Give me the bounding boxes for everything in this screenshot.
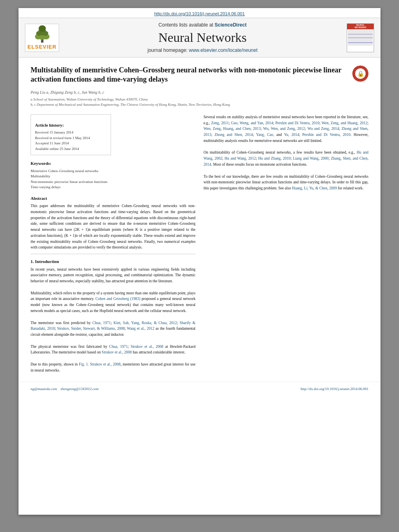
svg-point-5 bbox=[36, 31, 42, 36]
citation-strukov2008[interactable]: Strukov et al., 2008 bbox=[131, 345, 163, 349]
intro-para2: Multistability, which refers to the prop… bbox=[31, 290, 195, 314]
email1: ng@mautedu.com bbox=[31, 387, 57, 391]
citation-zeng2011[interactable]: Zeng, 2011 bbox=[211, 121, 229, 125]
authors-text: Peng Liu a, Zhigang Zeng b, c, Jun Wang … bbox=[31, 90, 104, 94]
keywords-text: Memristive Cohen–Grossberg neural networ… bbox=[31, 168, 195, 190]
citation-wang2012[interactable]: Wang et al., 2012 bbox=[127, 327, 154, 331]
right-column: Several results on stability analysis of… bbox=[204, 114, 368, 374]
cover-red-bar: NEURALNETWORKS bbox=[347, 24, 374, 29]
abstract-label: Abstract bbox=[31, 195, 195, 202]
citation-liang[interactable]: Liang and Wang, 2000 bbox=[293, 156, 328, 160]
citation-pershin[interactable]: Pershin and Di Ventra, 2010 bbox=[275, 121, 319, 125]
article-history-heading: Article history: bbox=[35, 122, 107, 129]
journal-header: ELSEVIER Contents lists available at Sci… bbox=[19, 18, 380, 58]
article-info-box: Article history: Received 15 January 201… bbox=[31, 114, 111, 156]
elsevier-logo-area: ELSEVIER bbox=[25, 24, 61, 52]
sciencedirect-text: Contents lists available at bbox=[158, 22, 213, 28]
received-date: Received 15 January 2014 bbox=[35, 130, 107, 136]
top-url[interactable]: http://dx.doi.org/10.1016/j.neunet.2014.… bbox=[19, 8, 380, 18]
email2: zhengzeng@1343012.com bbox=[61, 387, 99, 391]
citation-hu-zhang[interactable]: Hu and Zhang, 2010 bbox=[258, 156, 290, 160]
doi-footer-link[interactable]: http://dx.doi.org/10.1016/j.neunet.2014.… bbox=[300, 387, 368, 391]
citation-kim[interactable]: Kim, Sah, Yang, Roska, & Chua, 2012 bbox=[113, 321, 177, 325]
right-intro-text2: On multistability of Cohen–Grossberg neu… bbox=[204, 150, 368, 167]
elsevier-tree-icon bbox=[30, 25, 54, 44]
cover-title: NEURALNETWORKS bbox=[354, 24, 366, 29]
citation-fig1-strukov[interactable]: Fig. 1. Strukov bbox=[79, 362, 102, 366]
homepage-link[interactable]: www.elsevier.com/locate/neunet bbox=[189, 47, 257, 53]
citation-hu-wang2012[interactable]: Hu and Wang, 2012 bbox=[224, 156, 256, 160]
two-column-layout: Article history: Received 15 January 201… bbox=[31, 114, 368, 374]
paper-title-section: Multistability of memristive Cohen–Gross… bbox=[31, 66, 368, 84]
doi-link[interactable]: http://dx.doi.org/10.1016/j.neunet.2014.… bbox=[154, 11, 245, 16]
citation-huang[interactable]: Huang, Li, Yu, & Chen, bbox=[292, 186, 328, 190]
page: http://dx.doi.org/10.1016/j.neunet.2014.… bbox=[19, 8, 380, 515]
sciencedirect-link[interactable]: ScienceDirect bbox=[215, 22, 247, 28]
citation-yu[interactable]: Yu, 2014 bbox=[284, 133, 299, 137]
citation-wen2012[interactable]: Wen, Zeng, and Huang, 2012 bbox=[322, 121, 368, 125]
footer-emails: ng@mautedu.com zhengzeng@1343012.com bbox=[31, 387, 99, 391]
elsevier-brand: ELSEVIER bbox=[27, 44, 56, 50]
citation-wu2014[interactable]: Wu and Zeng, 2014 bbox=[307, 127, 339, 131]
citation-strukov[interactable]: Strukov, Snider, Stewart, & Williams, 20… bbox=[57, 327, 125, 331]
citation-zhong2014[interactable]: Zhong and Shen, 2014 bbox=[214, 133, 253, 137]
open-access-badge: 🔒 bbox=[352, 66, 368, 82]
paper-content: 🔒 Multistability of memristive Cohen–Gro… bbox=[19, 58, 380, 382]
elsevier-logo-box: ELSEVIER bbox=[25, 24, 59, 52]
homepage-label: journal homepage: bbox=[148, 47, 187, 53]
divider-1 bbox=[31, 254, 195, 254]
abstract-text: This paper addresses the multistability … bbox=[31, 203, 195, 251]
footer-area: ng@mautedu.com zhengzeng@1343012.com htt… bbox=[19, 382, 380, 395]
keywords-heading: Keywords: bbox=[31, 160, 195, 167]
cover-image: NEURALNETWORKS bbox=[347, 23, 374, 52]
open-access-inner: 🔒 bbox=[355, 68, 366, 79]
sciencedirect-line: Contents lists available at ScienceDirec… bbox=[61, 22, 344, 28]
journal-cover: NEURALNETWORKS bbox=[344, 23, 374, 52]
homepage-line: journal homepage: www.elsevier.com/locat… bbox=[61, 47, 344, 53]
journal-title-area: Contents lists available at ScienceDirec… bbox=[61, 22, 344, 53]
citation-chua-1971[interactable]: Chua, 1971 bbox=[109, 345, 128, 349]
received-revised-date: Received in revised form 1 May 2014 bbox=[35, 136, 107, 141]
accepted-date: Accepted 11 June 2014 bbox=[35, 141, 107, 146]
svg-point-7 bbox=[39, 25, 46, 32]
affiliations: a School of Automation, Wuhan University… bbox=[31, 97, 368, 108]
right-intro-text3: To the best of our knowledge, there are … bbox=[204, 174, 368, 191]
citation-wu2012[interactable]: Wu, Wen, and Zeng, 2012 bbox=[263, 127, 305, 131]
citation-fig1-etal[interactable]: et al., 2008 bbox=[103, 362, 121, 366]
intro-para4: The physical memristor was first fabrica… bbox=[31, 344, 195, 355]
footer-doi: http://dx.doi.org/10.1016/j.neunet.2014.… bbox=[300, 387, 368, 391]
cover-body bbox=[347, 29, 374, 46]
citation-wen2013[interactable]: Wen, Zeng, Huang, and Chen, 2013 bbox=[204, 127, 261, 131]
citation-cohen-grossberg[interactable]: Cohen and Grossberg (1983) bbox=[95, 297, 140, 301]
citation-huang-year[interactable]: 2009 bbox=[329, 186, 337, 190]
available-date: Available online 25 June 2014 bbox=[35, 146, 107, 152]
left-column: Article history: Received 15 January 201… bbox=[31, 114, 195, 374]
intro-para1: In recent years, neural networks have be… bbox=[31, 267, 195, 284]
citation-strukov2008b[interactable]: Strukov et al., 2008 bbox=[102, 350, 132, 354]
intro-para5: Due to this property, shown in Fig. 1. S… bbox=[31, 362, 195, 373]
citation-guo[interactable]: Guo, Weng, and Yan, 2014 bbox=[231, 121, 273, 125]
intro-para3: The memristor was first predicted by Chu… bbox=[31, 320, 195, 338]
lock-icon: 🔒 bbox=[357, 70, 364, 78]
citation-pershin2[interactable]: Pershin and Di Ventra, 2010 bbox=[302, 133, 351, 137]
affiliation-bc: b, c Department of Mechanical and Automa… bbox=[31, 102, 368, 108]
intro-heading: 1. Introduction bbox=[31, 258, 195, 265]
citation-yang[interactable]: Yang, Cao, bbox=[256, 133, 274, 137]
keywords-box: Keywords: Memristive Cohen–Grossberg neu… bbox=[31, 160, 195, 190]
journal-name: Neural Networks bbox=[61, 30, 344, 45]
right-intro-text: Several results on stability analysis of… bbox=[204, 114, 368, 144]
authors-line: Peng Liu a, Zhigang Zeng b, c, Jun Wang … bbox=[31, 89, 368, 95]
and-text: and bbox=[276, 133, 282, 137]
paper-title: Multistability of memristive Cohen–Gross… bbox=[31, 66, 368, 84]
svg-point-6 bbox=[43, 31, 48, 36]
citation-chua[interactable]: Chua, 1971 bbox=[93, 321, 111, 325]
affiliation-a: a School of Automation, Wuhan University… bbox=[31, 97, 368, 103]
